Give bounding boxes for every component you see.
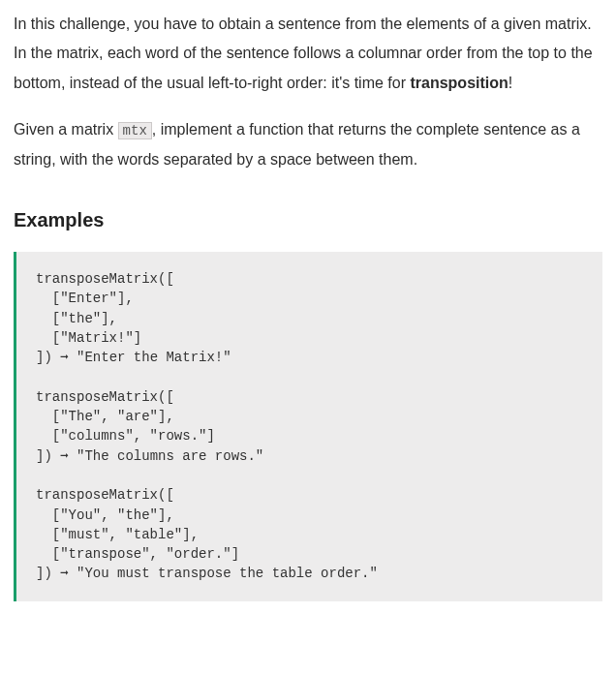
inline-code-mtx: mtx (118, 122, 152, 139)
intro-paragraph-2: Given a matrix mtx, implement a function… (14, 115, 602, 174)
intro-bold-word: transposition (410, 75, 508, 91)
intro-paragraph-1: In this challenge, you have to obtain a … (14, 10, 602, 98)
intro-text-1b: ! (508, 75, 512, 91)
code-example-block: transposeMatrix([ ["Enter"], ["the"], ["… (14, 252, 602, 601)
examples-heading: Examples (14, 201, 602, 238)
intro-text-2a: Given a matrix (14, 121, 118, 138)
